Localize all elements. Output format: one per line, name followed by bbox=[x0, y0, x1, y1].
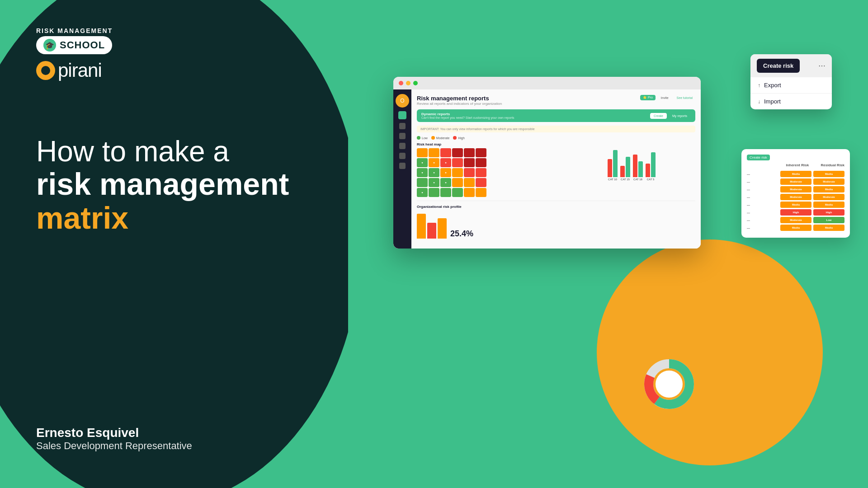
heat-cell: ● bbox=[440, 158, 451, 167]
v-bar-high-3 bbox=[633, 155, 637, 177]
banner-create-btn[interactable]: Create bbox=[650, 113, 667, 119]
v-bar-high-2 bbox=[620, 166, 625, 177]
headline-line1: How to make a bbox=[36, 136, 289, 167]
v-bar-high-1 bbox=[608, 159, 612, 177]
browser-dot-green bbox=[413, 81, 418, 85]
vertical-bar-chart: CAT 10 CAT 15 CAT 18 CAT 5 bbox=[608, 140, 656, 181]
browser-titlebar bbox=[393, 77, 701, 89]
heat-cell: ● bbox=[429, 158, 439, 167]
v-bar-low-2 bbox=[626, 157, 630, 177]
export-label: Export bbox=[764, 82, 781, 89]
import-item[interactable]: ↓ Import bbox=[750, 94, 832, 109]
export-icon: ↑ bbox=[758, 82, 760, 89]
percentage-label: 25.4% bbox=[450, 229, 473, 239]
heat-cell bbox=[464, 178, 475, 187]
headline-line2: risk management bbox=[36, 167, 289, 201]
legend-dot-low bbox=[417, 136, 420, 140]
risk-profile-section: Organizational risk profile 25.4% bbox=[417, 201, 695, 239]
legend: Low Moderate High bbox=[417, 136, 695, 140]
inherent-badge: Media bbox=[780, 171, 811, 177]
export-item[interactable]: ↑ Export bbox=[750, 77, 832, 93]
table-row: — Moderate Moderate bbox=[747, 178, 844, 185]
pirani-circle-icon bbox=[36, 61, 55, 80]
yellow-circle-decoration bbox=[597, 239, 823, 465]
inherent-badge: Media bbox=[780, 202, 811, 208]
heat-cell bbox=[476, 148, 486, 157]
banner-reports-btn[interactable]: My reports bbox=[669, 113, 691, 119]
bar-pair-2 bbox=[620, 157, 630, 177]
heat-cell: ● bbox=[429, 168, 439, 177]
import-label: Import bbox=[764, 98, 781, 105]
bar-pair-4 bbox=[646, 152, 656, 177]
bar-group-1: CAT 10 bbox=[608, 150, 618, 181]
inherent-badge: Moderate bbox=[780, 186, 811, 192]
inherent-badge: Media bbox=[780, 225, 811, 231]
inherent-badge: High bbox=[780, 209, 811, 216]
import-icon: ↓ bbox=[758, 99, 760, 105]
nav-dot-5 bbox=[399, 153, 406, 159]
row-label: — bbox=[747, 219, 778, 222]
heat-cell: ● bbox=[440, 168, 451, 177]
risk-table-card: Create risk Inherent Risk Residual Risk … bbox=[741, 149, 850, 238]
more-options-icon[interactable]: ⋯ bbox=[818, 61, 826, 70]
heat-cell: ● bbox=[440, 178, 451, 187]
nav-dot-6 bbox=[399, 163, 406, 169]
panel-title: Risk management reports bbox=[417, 95, 502, 102]
heat-cell bbox=[417, 178, 428, 187]
rms-label-line1: RISK MANAGEMENT bbox=[36, 27, 113, 34]
bar-label-3: CAT 18 bbox=[633, 178, 642, 181]
bar-group-4: CAT 5 bbox=[646, 152, 656, 181]
heat-cell bbox=[452, 158, 463, 167]
main-panel: Risk management reports Review all repor… bbox=[411, 89, 701, 249]
inherent-badge: Moderate bbox=[780, 217, 811, 223]
row-label: — bbox=[747, 211, 778, 214]
btn-invite[interactable]: Invite bbox=[658, 95, 671, 100]
residual-badge: Moderate bbox=[813, 178, 844, 185]
heat-cell bbox=[476, 168, 486, 177]
create-risk-badge: Create risk bbox=[747, 155, 770, 160]
logo-area: RISK MANAGEMENT 🎓 SCHOOL pirani bbox=[36, 27, 113, 81]
table-row: — Media Media bbox=[747, 202, 844, 208]
bar-group-2: CAT 15 bbox=[620, 157, 630, 181]
inherent-badge: Moderate bbox=[780, 194, 811, 200]
nav-icon-main: O bbox=[396, 94, 409, 108]
heat-cell bbox=[452, 168, 463, 177]
residual-badge: Media bbox=[813, 202, 844, 208]
legend-medium: Moderate bbox=[431, 136, 450, 140]
banner-title: Dynamic reports bbox=[421, 112, 514, 116]
browser-dot-yellow bbox=[406, 81, 410, 85]
bar-pair-1 bbox=[608, 150, 618, 177]
presenter-name: Ernesto Esquivel bbox=[36, 426, 192, 440]
heat-cell bbox=[464, 148, 475, 157]
row-label: — bbox=[747, 203, 778, 206]
heat-cell bbox=[429, 148, 439, 157]
sidebar-navigation: O bbox=[393, 89, 411, 249]
row-label: — bbox=[747, 196, 778, 199]
headline-block: How to make a risk management matrix bbox=[36, 136, 289, 235]
banner-subtitle: Can't find the report you need? Start cu… bbox=[421, 116, 514, 119]
panel-header: Risk management reports Review all repor… bbox=[417, 95, 695, 106]
school-text: SCHOOL bbox=[60, 39, 105, 51]
dynamic-banner: Dynamic reports Can't find the report yo… bbox=[417, 109, 695, 122]
create-risk-button[interactable]: Create risk bbox=[757, 59, 800, 73]
residual-badge: Media bbox=[813, 225, 844, 231]
bar-group-3: CAT 18 bbox=[633, 155, 643, 181]
row-label: — bbox=[747, 180, 778, 183]
table-row: — Moderate Low bbox=[747, 217, 844, 223]
btn-tutorial[interactable]: See tutorial bbox=[674, 95, 695, 100]
heat-cell: ● bbox=[417, 168, 428, 177]
table-row: — Moderate Moderate bbox=[747, 194, 844, 200]
heat-cell bbox=[476, 158, 486, 167]
bar-label-4: CAT 5 bbox=[647, 178, 654, 181]
bar-1 bbox=[417, 214, 426, 239]
btn-pro[interactable]: ⭐ Pro bbox=[640, 95, 656, 100]
legend-high: High bbox=[453, 136, 464, 140]
bar-3 bbox=[438, 218, 447, 239]
heat-cell: ● bbox=[417, 158, 428, 167]
dropdown-header: Create risk ⋯ bbox=[750, 54, 832, 77]
profile-chart: 25.4% bbox=[417, 211, 695, 239]
header-actions: ⭐ Pro Invite See tutorial bbox=[640, 95, 695, 100]
v-bar-low-3 bbox=[638, 161, 643, 177]
heat-cell bbox=[429, 188, 439, 197]
heat-cell bbox=[440, 188, 451, 197]
